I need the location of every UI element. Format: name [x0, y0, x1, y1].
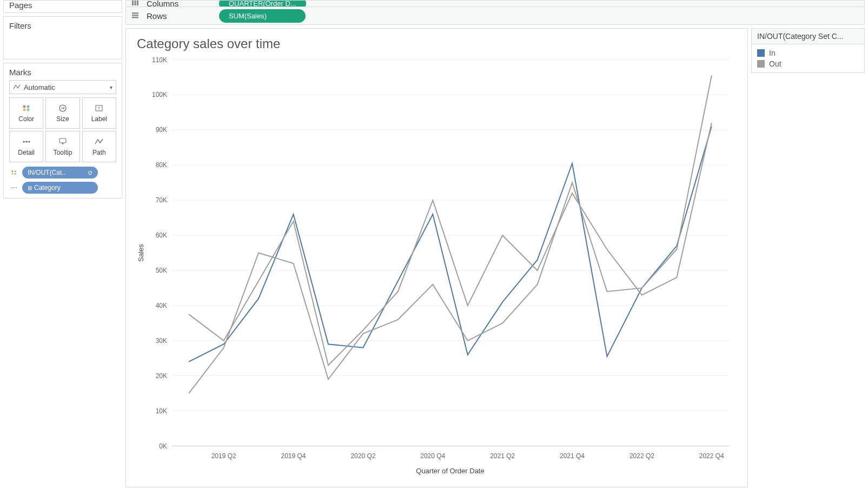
marks-path-button[interactable]: Path: [82, 131, 116, 162]
marks-tooltip-label: Tooltip: [54, 149, 72, 156]
svg-text:2020 Q2: 2020 Q2: [350, 452, 375, 460]
svg-text:2021 Q2: 2021 Q2: [490, 452, 515, 460]
legend-item-out[interactable]: Out: [757, 58, 859, 69]
pages-panel[interactable]: Pages: [3, 0, 122, 13]
legend-panel: IN/OUT(Category Set C... In Out: [751, 28, 865, 73]
chart-title[interactable]: Category sales over time: [137, 36, 740, 51]
columns-pill[interactable]: QUARTER(Order D...: [219, 1, 306, 7]
marks-field-list: IN/OUT(Cat.. ⊘ ⊞ Category: [9, 167, 116, 194]
remove-pill-icon[interactable]: ⊘: [88, 169, 92, 176]
mark-type-label: Automatic: [24, 83, 55, 91]
svg-point-15: [15, 173, 16, 175]
marks-field-detail[interactable]: ⊞ Category: [9, 182, 116, 194]
svg-text:Quarter of Order Date: Quarter of Order Date: [416, 467, 484, 475]
svg-text:Sales: Sales: [137, 244, 145, 262]
marks-field-color[interactable]: IN/OUT(Cat.. ⊘: [9, 167, 116, 179]
rows-shelf[interactable]: Rows SUM(Sales): [126, 7, 864, 24]
svg-text:2021 Q4: 2021 Q4: [560, 452, 585, 460]
svg-point-0: [23, 105, 25, 108]
svg-text:80K: 80K: [156, 161, 167, 169]
svg-point-17: [14, 187, 15, 188]
svg-text:2019 Q2: 2019 Q2: [211, 452, 236, 460]
legend-label-in: In: [769, 49, 776, 57]
svg-text:10K: 10K: [156, 407, 167, 415]
svg-text:30K: 30K: [156, 337, 167, 345]
chart-body[interactable]: 0K10K20K30K40K50K60K70K80K90K100K110K201…: [134, 54, 740, 479]
svg-point-18: [16, 187, 17, 188]
legend-item-in[interactable]: In: [757, 48, 859, 58]
svg-text:20K: 20K: [156, 372, 167, 380]
svg-text:2022 Q2: 2022 Q2: [630, 452, 654, 460]
svg-point-13: [15, 170, 16, 172]
columns-pill-label: QUARTER(Order D...: [229, 1, 296, 7]
svg-text:60K: 60K: [156, 232, 167, 239]
color-icon: [22, 103, 31, 113]
marks-title: Marks: [9, 68, 116, 77]
mark-type-dropdown[interactable]: Automatic ▾: [9, 80, 116, 94]
svg-point-1: [26, 105, 29, 108]
rows-pill-label: SUM(Sales): [229, 12, 267, 20]
svg-text:110K: 110K: [152, 56, 167, 64]
pill-inout-category[interactable]: IN/OUT(Cat.. ⊘: [22, 167, 98, 179]
app-root: Pages Filters Marks Automatic ▾: [0, 0, 868, 489]
marks-color-button[interactable]: Color: [9, 97, 43, 129]
marks-path-label: Path: [92, 149, 106, 156]
marks-detail-label: Detail: [18, 149, 35, 156]
svg-text:2019 Q4: 2019 Q4: [281, 452, 306, 460]
marks-detail-button[interactable]: Detail: [9, 131, 43, 162]
svg-rect-11: [59, 138, 66, 143]
marks-buttons: Color Size T Label: [9, 97, 116, 162]
legend-title[interactable]: IN/OUT(Category Set C...: [751, 28, 865, 44]
columns-label: Columns: [147, 1, 211, 7]
marks-label-label: Label: [91, 115, 107, 123]
filters-panel[interactable]: Filters: [3, 16, 122, 60]
line-icon: [13, 83, 21, 91]
shelves: Columns QUARTER(Order D... Rows SUM(Sale…: [125, 0, 865, 25]
svg-text:2022 Q4: 2022 Q4: [699, 452, 724, 460]
marks-size-button[interactable]: Size: [45, 97, 79, 129]
svg-point-12: [11, 170, 13, 172]
svg-rect-24: [132, 17, 138, 18]
legend-body: In Out: [751, 44, 865, 73]
detail-icon: [22, 137, 31, 147]
svg-text:100K: 100K: [152, 91, 167, 98]
svg-point-16: [11, 187, 12, 188]
marks-size-label: Size: [56, 115, 69, 123]
svg-rect-23: [132, 15, 138, 16]
marks-panel: Marks Automatic ▾ Color: [3, 63, 122, 199]
rows-label: Rows: [147, 11, 211, 21]
svg-text:90K: 90K: [156, 126, 167, 134]
plus-icon: ⊞: [28, 185, 32, 191]
svg-text:T: T: [98, 106, 101, 111]
svg-point-2: [23, 109, 25, 111]
pages-title: Pages: [9, 1, 116, 10]
legend-swatch-in: [757, 49, 765, 57]
svg-point-14: [11, 173, 13, 175]
color-slot-icon: [9, 169, 19, 176]
columns-shelf[interactable]: Columns QUARTER(Order D...: [126, 1, 864, 7]
label-icon: T: [94, 103, 104, 113]
chart-panel: Category sales over time 0K10K20K30K40K5…: [125, 28, 748, 487]
detail-slot-icon: [9, 184, 19, 191]
svg-text:40K: 40K: [156, 302, 167, 309]
svg-text:50K: 50K: [156, 267, 167, 274]
path-icon: [94, 137, 104, 147]
marks-label-button[interactable]: T Label: [82, 97, 116, 129]
rows-pill[interactable]: SUM(Sales): [219, 9, 306, 23]
rows-icon: [131, 12, 139, 20]
legend-swatch-out: [757, 60, 765, 68]
marks-color-label: Color: [18, 115, 34, 123]
filters-title: Filters: [9, 21, 116, 30]
marks-tooltip-button[interactable]: Tooltip: [45, 131, 79, 162]
chevron-down-icon: ▾: [110, 84, 112, 90]
svg-point-3: [26, 109, 29, 111]
pill-category[interactable]: ⊞ Category: [22, 182, 98, 194]
svg-text:0K: 0K: [159, 442, 167, 450]
size-icon: [58, 103, 68, 113]
svg-rect-21: [137, 1, 138, 5]
legend-label-out: Out: [769, 60, 781, 68]
pill-inout-label: IN/OUT(Cat..: [28, 169, 65, 176]
columns-icon: [131, 1, 139, 7]
svg-rect-19: [132, 1, 134, 5]
chart-svg[interactable]: 0K10K20K30K40K50K60K70K80K90K100K110K201…: [134, 54, 740, 479]
